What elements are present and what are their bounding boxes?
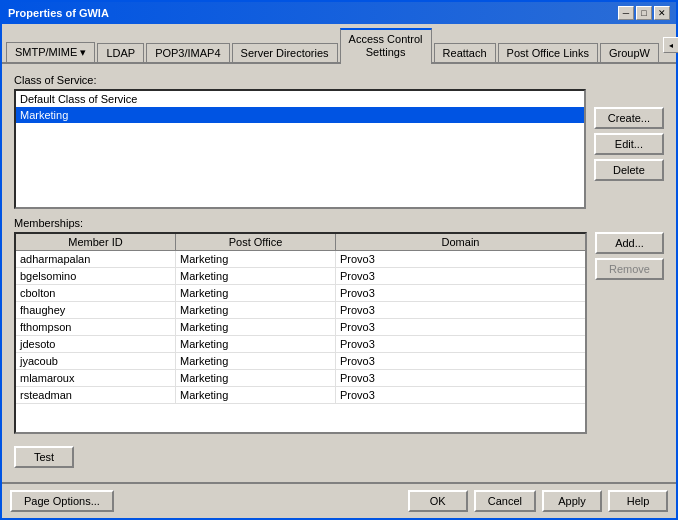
- cell-post-office: Marketing: [176, 353, 336, 369]
- tab-smtp-mime-label: SMTP/MIME ▾: [15, 46, 86, 58]
- cell-domain: Provo3: [336, 251, 585, 267]
- table-row[interactable]: mlamaroux Marketing Provo3: [16, 370, 585, 387]
- delete-button[interactable]: Delete: [594, 159, 664, 181]
- apply-button[interactable]: Apply: [542, 490, 602, 512]
- table-body[interactable]: adharmapalan Marketing Provo3 bgelsomino…: [16, 251, 585, 432]
- memberships-side-buttons: Add... Remove: [595, 232, 664, 434]
- cos-list-container: Default Class of Service Marketing: [14, 89, 586, 209]
- maximize-button[interactable]: □: [636, 6, 652, 20]
- table-header: Member ID Post Office Domain: [16, 234, 585, 251]
- col-header-post-office: Post Office: [176, 234, 336, 250]
- remove-button[interactable]: Remove: [595, 258, 664, 280]
- help-button[interactable]: Help: [608, 490, 668, 512]
- memberships-label: Memberships:: [14, 217, 664, 229]
- cos-inner: Default Class of Service Marketing Creat…: [14, 89, 664, 209]
- test-button[interactable]: Test: [14, 446, 74, 468]
- cell-post-office: Marketing: [176, 285, 336, 301]
- test-row: Test: [14, 442, 664, 472]
- cell-member-id: fhaughey: [16, 302, 176, 318]
- bottom-bar: Page Options... OK Cancel Apply Help: [2, 482, 676, 518]
- cos-label: Class of Service:: [14, 74, 664, 86]
- cell-post-office: Marketing: [176, 387, 336, 403]
- close-button[interactable]: ✕: [654, 6, 670, 20]
- table-row[interactable]: rsteadman Marketing Provo3: [16, 387, 585, 404]
- cell-domain: Provo3: [336, 336, 585, 352]
- tab-access-control-line1: Access Control: [349, 33, 423, 46]
- table-row[interactable]: bgelsomino Marketing Provo3: [16, 268, 585, 285]
- tab-smtp-mime[interactable]: SMTP/MIME ▾: [6, 42, 95, 62]
- cell-member-id: adharmapalan: [16, 251, 176, 267]
- tab-access-control-label: Access Control Settings: [349, 33, 423, 59]
- minimize-button[interactable]: ─: [618, 6, 634, 20]
- cell-domain: Provo3: [336, 353, 585, 369]
- cell-post-office: Marketing: [176, 370, 336, 386]
- table-row[interactable]: jdesoto Marketing Provo3: [16, 336, 585, 353]
- cos-item-default-label: Default Class of Service: [20, 93, 137, 105]
- cell-domain: Provo3: [336, 302, 585, 318]
- cos-item-marketing-label: Marketing: [20, 109, 68, 121]
- table-row[interactable]: adharmapalan Marketing Provo3: [16, 251, 585, 268]
- tab-groupw-label: GroupW: [609, 47, 650, 59]
- tab-pop3-imap4[interactable]: POP3/IMAP4: [146, 43, 229, 62]
- cell-member-id: jdesoto: [16, 336, 176, 352]
- cell-member-id: bgelsomino: [16, 268, 176, 284]
- cell-member-id: cbolton: [16, 285, 176, 301]
- memberships-inner: Member ID Post Office Domain adharmapala…: [14, 232, 664, 434]
- cell-member-id: mlamaroux: [16, 370, 176, 386]
- main-content: Class of Service: Default Class of Servi…: [2, 64, 676, 482]
- cos-item-marketing[interactable]: Marketing: [16, 107, 584, 123]
- table-row[interactable]: fhaughey Marketing Provo3: [16, 302, 585, 319]
- tab-pop3-imap4-label: POP3/IMAP4: [155, 47, 220, 59]
- tab-post-office-links[interactable]: Post Office Links: [498, 43, 598, 62]
- cos-list[interactable]: Default Class of Service Marketing: [14, 89, 586, 209]
- tab-scroll-left[interactable]: ◂: [663, 37, 678, 53]
- tab-server-directories[interactable]: Server Directories: [232, 43, 338, 62]
- table-row[interactable]: jyacoub Marketing Provo3: [16, 353, 585, 370]
- cell-post-office: Marketing: [176, 268, 336, 284]
- title-bar: Properties of GWIA ─ □ ✕: [2, 2, 676, 24]
- page-options-button[interactable]: Page Options...: [10, 490, 114, 512]
- tab-reattach[interactable]: Reattach: [434, 43, 496, 62]
- tab-server-directories-label: Server Directories: [241, 47, 329, 59]
- add-button[interactable]: Add...: [595, 232, 664, 254]
- cell-post-office: Marketing: [176, 302, 336, 318]
- cos-side-buttons: Create... Edit... Delete: [594, 89, 664, 209]
- col-header-member-id: Member ID: [16, 234, 176, 250]
- cancel-button[interactable]: Cancel: [474, 490, 536, 512]
- cell-post-office: Marketing: [176, 251, 336, 267]
- main-window: Properties of GWIA ─ □ ✕ SMTP/MIME ▾ LDA…: [0, 0, 678, 520]
- tab-access-control-line2: Settings: [366, 46, 406, 59]
- cell-post-office: Marketing: [176, 336, 336, 352]
- tab-nav-arrows: ◂ ▸: [663, 37, 678, 53]
- tab-post-office-links-label: Post Office Links: [507, 47, 589, 59]
- tab-access-control[interactable]: Access Control Settings: [340, 28, 432, 64]
- cell-domain: Provo3: [336, 319, 585, 335]
- cell-member-id: rsteadman: [16, 387, 176, 403]
- tab-bar: SMTP/MIME ▾ LDAP POP3/IMAP4 Server Direc…: [2, 24, 676, 64]
- cell-post-office: Marketing: [176, 319, 336, 335]
- cell-member-id: fthompson: [16, 319, 176, 335]
- window-title: Properties of GWIA: [8, 7, 109, 19]
- tab-reattach-label: Reattach: [443, 47, 487, 59]
- table-row[interactable]: fthompson Marketing Provo3: [16, 319, 585, 336]
- cell-domain: Provo3: [336, 285, 585, 301]
- cell-domain: Provo3: [336, 370, 585, 386]
- edit-button[interactable]: Edit...: [594, 133, 664, 155]
- cell-domain: Provo3: [336, 268, 585, 284]
- create-button[interactable]: Create...: [594, 107, 664, 129]
- memberships-section: Memberships: Member ID Post Office Domai…: [14, 217, 664, 434]
- cell-domain: Provo3: [336, 387, 585, 403]
- cos-section: Class of Service: Default Class of Servi…: [14, 74, 664, 209]
- table-row[interactable]: cbolton Marketing Provo3: [16, 285, 585, 302]
- tab-ldap-label: LDAP: [106, 47, 135, 59]
- title-bar-buttons: ─ □ ✕: [618, 6, 670, 20]
- col-header-domain: Domain: [336, 234, 585, 250]
- bottom-left: Page Options...: [10, 490, 114, 512]
- memberships-table: Member ID Post Office Domain adharmapala…: [14, 232, 587, 434]
- cos-item-default[interactable]: Default Class of Service: [16, 91, 584, 107]
- tab-groupw[interactable]: GroupW: [600, 43, 659, 62]
- ok-button[interactable]: OK: [408, 490, 468, 512]
- bottom-right: OK Cancel Apply Help: [408, 490, 668, 512]
- tab-ldap[interactable]: LDAP: [97, 43, 144, 62]
- cell-member-id: jyacoub: [16, 353, 176, 369]
